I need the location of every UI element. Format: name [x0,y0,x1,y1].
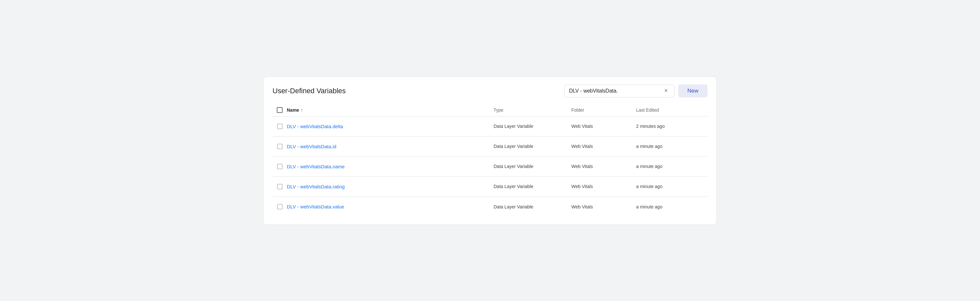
search-box: × [564,84,675,97]
row-type-4: Data Layer Variable [493,204,571,209]
search-clear-button[interactable]: × [662,87,670,95]
row-name-0[interactable]: DLV - webVitalsData.delta [287,124,493,129]
row-checkbox-3[interactable] [277,184,283,189]
row-folder-4: Web Vitals [571,204,636,209]
row-type-2: Data Layer Variable [493,164,571,169]
row-checkbox-4[interactable] [277,204,283,209]
row-folder-2: Web Vitals [571,164,636,169]
column-header-folder: Folder [571,108,636,112]
row-edited-2: a minute ago [636,164,708,169]
row-name-2[interactable]: DLV - webVitalsData.name [287,164,493,169]
select-all-checkbox[interactable] [277,107,283,113]
row-checkbox-cell-2 [272,164,287,169]
sort-icon: ↑ [301,108,303,112]
row-type-1: Data Layer Variable [493,144,571,149]
header: User-Defined Variables × New [264,77,716,104]
row-folder-1: Web Vitals [571,144,636,149]
search-input[interactable] [569,88,660,94]
row-edited-3: a minute ago [636,184,708,189]
row-type-0: Data Layer Variable [493,124,571,129]
main-panel: User-Defined Variables × New Name ↑ Type… [263,76,717,225]
table-body: DLV - webVitalsData.delta Data Layer Var… [272,117,708,217]
new-button[interactable]: New [678,84,708,97]
column-header-name: Name ↑ [287,108,493,112]
row-checkbox-cell-3 [272,184,287,189]
header-actions: × New [564,84,708,97]
table-row: DLV - webVitalsData.delta Data Layer Var… [272,117,708,136]
table-row: DLV - webVitalsData.value Data Layer Var… [272,197,708,217]
table-row: DLV - webVitalsData.name Data Layer Vari… [272,157,708,177]
row-name-4[interactable]: DLV - webVitalsData.value [287,204,493,209]
column-name-label: Name [287,108,299,112]
row-checkbox-cell-4 [272,204,287,209]
column-header-last-edited: Last Edited [636,108,708,112]
row-name-1[interactable]: DLV - webVitalsData.id [287,144,493,149]
page-title: User-Defined Variables [272,87,346,95]
row-checkbox-cell-1 [272,144,287,149]
row-folder-3: Web Vitals [571,184,636,189]
table-row: DLV - webVitalsData.id Data Layer Variab… [272,136,708,157]
row-checkbox-1[interactable] [277,144,283,149]
row-checkbox-cell-0 [272,124,287,129]
row-checkbox-0[interactable] [277,124,283,129]
row-edited-0: 2 minutes ago [636,124,708,129]
table-row: DLV - webVitalsData.rating Data Layer Va… [272,177,708,197]
row-edited-1: a minute ago [636,144,708,149]
row-type-3: Data Layer Variable [493,184,571,189]
row-checkbox-2[interactable] [277,164,283,169]
row-name-3[interactable]: DLV - webVitalsData.rating [287,184,493,189]
table-wrapper: Name ↑ Type Folder Last Edited DLV - web… [264,104,716,225]
table-header: Name ↑ Type Folder Last Edited [272,104,708,117]
row-folder-0: Web Vitals [571,124,636,129]
select-all-checkbox-cell [272,107,287,113]
column-header-type: Type [493,108,571,112]
row-edited-4: a minute ago [636,204,708,209]
